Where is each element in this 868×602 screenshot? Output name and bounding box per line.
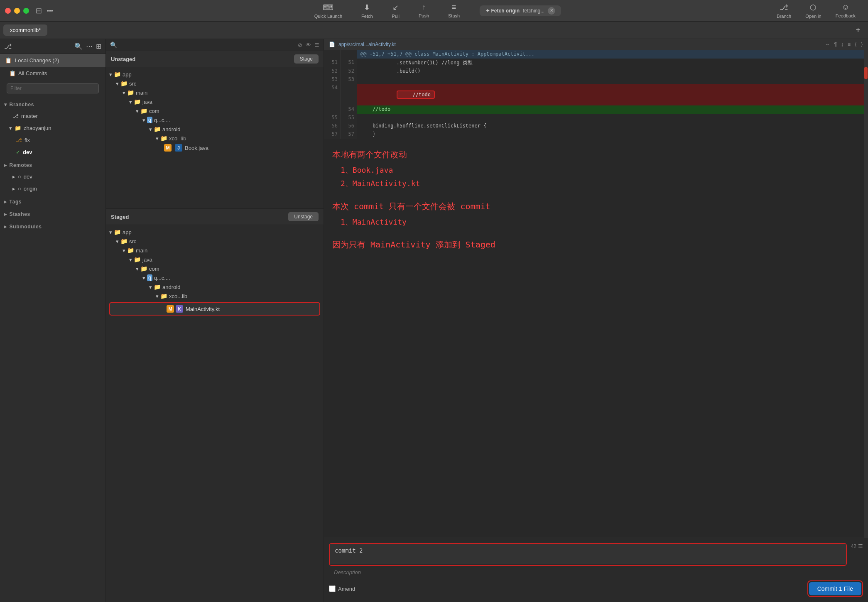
push-button[interactable]: ↑ Push	[411, 1, 436, 20]
staged-tree-item-xco[interactable]: ▾ 📁 xco...lib	[106, 291, 324, 301]
commit-description-input[interactable]	[329, 568, 863, 577]
minimize-button[interactable]	[14, 8, 20, 14]
branch-label: Branch	[777, 14, 791, 19]
staged-tree-item-src[interactable]: ▾ 📁 src	[106, 237, 324, 246]
staged-tree-item-main[interactable]: ▾ 📁 main	[106, 246, 324, 255]
sidebar-top: ⎇ 🔍 ⋯ ⊞	[0, 39, 105, 54]
staged-folder-icon-src: 📁	[120, 238, 128, 245]
open-in-button[interactable]: ⬡ Open in	[801, 1, 826, 20]
pull-button[interactable]: ↙ Pull	[385, 1, 407, 20]
commit-message-input[interactable]: commit 2	[330, 544, 846, 564]
diff-action-4[interactable]: ≡	[848, 42, 851, 47]
commit-bottom-row: Amend Commit 1 File	[329, 580, 863, 597]
com-chevron: ▾	[136, 108, 139, 114]
tree-item-xco[interactable]: ▾ 📁 xco lib	[106, 134, 324, 143]
tree-item-main[interactable]: ▾ 📁 main	[106, 88, 324, 97]
search-input[interactable]	[120, 42, 294, 48]
sidebar-item-dev[interactable]: ✓ dev	[0, 146, 105, 158]
commit-char-count: 42	[851, 543, 856, 549]
add-tab-button[interactable]: +	[851, 25, 865, 35]
sidebar-item-local-changes[interactable]: 📋 Local Changes (2)	[0, 54, 105, 67]
diff-header-line: @@ -51,7 +51,7 @@ class MainActivity : A…	[324, 50, 864, 59]
eye-icon[interactable]: 👁	[306, 42, 311, 48]
stash-button[interactable]: ≡ Stash	[441, 1, 467, 20]
diff-action-6[interactable]: ⟩	[861, 42, 863, 47]
fetch-button[interactable]: ⬇ Fetch	[354, 1, 380, 20]
open-in-label: Open in	[805, 14, 821, 19]
unstaged-header: Unstaged Stage	[106, 51, 324, 67]
staged-tree-item-java[interactable]: ▾ 📁 java	[106, 255, 324, 264]
sidebar-item-fix[interactable]: ⎇ fix	[0, 134, 105, 146]
tree-item-book[interactable]: M J Book.java	[106, 143, 324, 153]
folder-icon-xco: 📁	[160, 135, 167, 142]
staged-tree-item-package[interactable]: ▾ q q...c....	[106, 273, 324, 282]
staged-tree-item-android[interactable]: ▾ 📁 android	[106, 282, 324, 291]
tree-item-com[interactable]: ▾ 📁 com	[106, 106, 324, 115]
staged-com-label: com	[149, 266, 159, 272]
sidebar-section-submodules[interactable]: ▸ Submodules	[0, 220, 105, 232]
tree-item-package[interactable]: ▾ q q...c....	[106, 115, 324, 125]
quick-launch-icon: ⌨	[323, 3, 333, 12]
diff-action-1[interactable]: ↔	[825, 42, 830, 47]
amend-checkbox[interactable]	[329, 585, 336, 592]
close-button[interactable]	[5, 8, 11, 14]
sidebar-expand-icon[interactable]: ⊞	[96, 42, 101, 50]
sidebar-section-stashes[interactable]: ▸ Stashes	[0, 207, 105, 220]
diff-scrollbar-thumb[interactable]	[864, 67, 868, 79]
branches-label: Branches	[10, 102, 34, 108]
sidebar-item-all-commits[interactable]: 📋 All Commits	[0, 67, 105, 79]
remote-chevron-icon-origin: ▸	[12, 186, 15, 192]
fetch-status-sub: fetching...	[523, 8, 544, 14]
staged-mainactivity-row[interactable]: M K MainActivity.kt	[109, 302, 320, 316]
diff-action-5[interactable]: ⟨	[855, 42, 857, 47]
folder-icon-java: 📁	[134, 98, 141, 105]
sidebar-more-icon[interactable]: ⋯	[86, 42, 93, 50]
unstaged-title: Unstaged	[111, 56, 135, 62]
package-chevron: ▾	[142, 117, 145, 123]
mainactivity-badge-kt: K	[176, 305, 183, 313]
fix-label: fix	[25, 137, 30, 143]
annotation-line2: 1、Book.java	[341, 164, 856, 177]
staged-tree-item-com[interactable]: ▾ 📁 com	[106, 264, 324, 273]
filter-icon[interactable]: ⊘	[298, 42, 302, 48]
commit-count-area: 42 ☰	[851, 543, 863, 549]
branch-button[interactable]: ⎇ Branch	[772, 1, 795, 20]
feedback-button[interactable]: ☺ Feedback	[831, 1, 860, 20]
diff-action-3[interactable]: ↨	[841, 42, 843, 47]
fetch-close-button[interactable]: ✕	[548, 7, 555, 15]
checkmark-icon: ✓	[16, 149, 20, 155]
sidebar-item-zhaoyanjun[interactable]: ▾ 📁 zhaoyanjun	[0, 122, 105, 134]
sidebar-toggle-icon[interactable]: ⊟	[36, 6, 42, 15]
sidebar-item-remote-dev[interactable]: ▸ ○ dev	[0, 171, 105, 183]
sidebar-section-tags[interactable]: ▸ Tags	[0, 195, 105, 207]
filter-input[interactable]	[7, 83, 99, 93]
amend-checkbox-container[interactable]: Amend	[329, 585, 355, 592]
staged-tree-item-app[interactable]: ▾ 📁 app	[106, 228, 324, 237]
commit-button[interactable]: Commit 1 File	[809, 582, 861, 595]
sidebar-item-remote-origin[interactable]: ▸ ○ origin	[0, 183, 105, 195]
tree-item-android[interactable]: ▾ 📁 android	[106, 125, 324, 134]
diff-header-actions: ↔ ¶ ↨ ≡ ⟨ ⟩	[825, 42, 863, 47]
list-icon[interactable]: ☰	[314, 42, 319, 48]
main-tab[interactable]: xcommonlib*	[3, 24, 47, 36]
diff-action-2[interactable]: ¶	[834, 42, 837, 47]
stage-button[interactable]: Stage	[294, 54, 319, 64]
java-chevron: ▾	[129, 99, 132, 105]
tree-item-java[interactable]: ▾ 📁 java	[106, 97, 324, 106]
sidebar-section-remotes[interactable]: ▸ Remotes	[0, 158, 105, 171]
unstage-button[interactable]: Unstage	[288, 212, 319, 221]
sidebar-section-branches[interactable]: ▾ Branches	[0, 98, 105, 110]
search-icon: 🔍	[110, 42, 117, 48]
annotation-line3: 2、MainActivity.kt	[341, 177, 856, 190]
fullscreen-button[interactable]	[23, 8, 29, 14]
search-icon[interactable]: 🔍	[74, 42, 83, 50]
diff-scrollbar[interactable]	[864, 50, 868, 538]
tree-item-app[interactable]: ▾ 📁 app	[106, 70, 324, 79]
staged-package-chevron: ▾	[142, 275, 145, 281]
tree-item-src[interactable]: ▾ 📁 src	[106, 79, 324, 88]
branch-icon-master: ⎇	[12, 113, 19, 119]
sidebar-item-master[interactable]: ⎇ master	[0, 110, 105, 122]
book-label: Book.java	[185, 145, 208, 151]
more-icon[interactable]: •••	[47, 7, 53, 14]
quick-launch-button[interactable]: ⌨ Quick Launch	[307, 1, 350, 20]
